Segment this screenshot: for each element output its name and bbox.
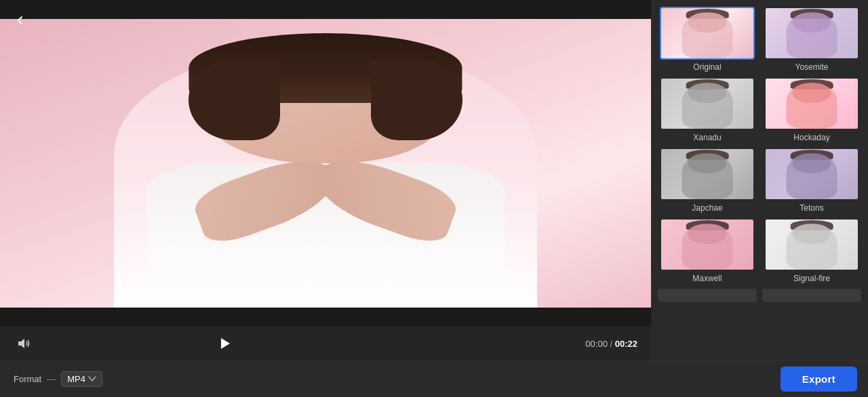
bottom-bar: Format — MP4 Export [0, 360, 868, 397]
format-label: Format [14, 374, 41, 384]
play-button[interactable] [212, 331, 237, 356]
filter-item-japchae[interactable]: Japchae [658, 148, 757, 213]
time-current: 00:00 [585, 339, 608, 349]
format-select[interactable]: MP4 [61, 371, 102, 387]
filter-item-xanadu[interactable]: Xanadu [658, 77, 757, 142]
video-frame [0, 19, 651, 308]
svg-marker-0 [18, 339, 24, 348]
svg-marker-1 [221, 338, 230, 349]
filter-thumb-original[interactable] [660, 7, 755, 60]
filter-grid: Original Yosemite [658, 7, 861, 283]
format-select-value: MP4 [67, 374, 85, 384]
filter-partial-row [658, 289, 861, 302]
time-total: 00:22 [615, 339, 637, 349]
time-display: 00:00 / 00:22 [585, 339, 637, 349]
volume-button[interactable] [14, 334, 33, 353]
export-section: Export [651, 367, 868, 392]
filter-thumb-yosemite[interactable] [764, 7, 859, 60]
filter-thumb-signal-fire[interactable] [764, 218, 859, 271]
filter-item-hockaday[interactable]: Hockaday [762, 77, 861, 142]
filter-thumb-maxwell[interactable] [660, 218, 755, 271]
chevron-down-icon [88, 375, 96, 383]
video-bottom-bar [0, 308, 651, 327]
filter-thumb-tetons[interactable] [764, 148, 859, 201]
format-dash: — [47, 374, 56, 384]
video-top-bar [0, 0, 651, 19]
filter-label-original: Original [693, 62, 721, 72]
time-separator: / [610, 339, 615, 349]
filter-item-maxwell[interactable]: Maxwell [658, 218, 757, 283]
filter-panel: Original Yosemite [651, 0, 868, 360]
filter-label-tetons: Tetons [800, 203, 823, 213]
filter-thumb-xanadu[interactable] [660, 77, 755, 130]
filter-label-maxwell: Maxwell [692, 274, 722, 283]
controls-bar: 00:00 / 00:22 [0, 327, 651, 360]
filter-label-hockaday: Hockaday [793, 133, 829, 142]
filter-label-signal-fire: Signal-fire [793, 274, 830, 283]
filter-label-yosemite: Yosemite [795, 62, 829, 72]
back-button[interactable] [11, 11, 30, 30]
filter-thumb-hockaday[interactable] [764, 77, 859, 130]
filter-item-original[interactable]: Original [658, 7, 757, 72]
format-section: Format — MP4 [0, 371, 651, 387]
filter-item-tetons[interactable]: Tetons [762, 148, 861, 213]
filter-label-xanadu: Xanadu [693, 133, 721, 142]
export-button[interactable]: Export [781, 367, 857, 392]
filter-item-yosemite[interactable]: Yosemite [762, 7, 861, 72]
filter-label-japchae: Japchae [692, 203, 722, 213]
filter-thumb-japchae[interactable] [660, 148, 755, 201]
filter-item-signal-fire[interactable]: Signal-fire [762, 218, 861, 283]
